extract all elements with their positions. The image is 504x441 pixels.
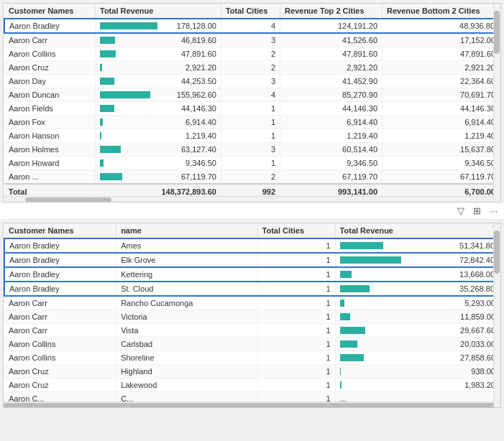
bottom-table-row[interactable]: Aaron Bradley Ames 1 51,341.80 (4, 238, 500, 253)
customer-name2-cell: Aaron C... (4, 392, 116, 402)
city-name-cell: Lakewood (116, 379, 257, 392)
top-table: Customer Names Total Revenue Total Citie… (4, 4, 500, 196)
top-table-row[interactable]: Aaron Day 44,253.50 3 41,452.90 22,364.6… (4, 75, 500, 88)
revenue-bar2 (340, 300, 344, 307)
bottom-v-scrollbar-thumb[interactable] (494, 231, 500, 274)
col-header-customer-names[interactable]: Customer Names (4, 4, 96, 19)
revenue-bar (100, 78, 114, 85)
total-bottom2: 6,700.00 (382, 184, 500, 196)
top-table-row[interactable]: Aaron Fox 6,914.40 1 6,914.40 6,914.40 (4, 116, 500, 129)
bottom-h-scrollbar[interactable] (4, 401, 500, 407)
city-name-cell: Victoria (116, 310, 257, 324)
bottom2-cell: 17,152.00 (382, 33, 500, 47)
bottom-table-row[interactable]: Aaron Collins Carlsbad 1 20,033.00 (4, 338, 500, 351)
bottom-v-scrollbar[interactable] (493, 223, 500, 407)
cities-cell: 4 (221, 88, 280, 102)
customer-name-cell: Aaron Cruz (4, 61, 96, 75)
bottom-table-row[interactable]: Aaron C... C... 1 ... (4, 392, 500, 402)
top-v-scrollbar[interactable] (493, 4, 500, 202)
col-header-total-revenue[interactable]: Total Revenue (96, 4, 221, 19)
revenue-value: 9,346.50 (106, 159, 216, 167)
top-table-total-row: Total 148,372,893.60 992 993,141.00 6,70… (4, 184, 500, 196)
customer-name2-cell: Aaron Bradley (4, 253, 116, 267)
table-icon[interactable]: ⊞ (471, 204, 483, 218)
top-table-row[interactable]: Aaron Hanson 1,219.40 1 1,219.40 1,219.4… (4, 129, 500, 143)
col2-header-customer-names[interactable]: Customer Names (4, 223, 116, 238)
col-header-revenue-bottom2[interactable]: Revenue Bottom 2 Cities (382, 4, 500, 19)
cities-cell: 1 (221, 129, 280, 143)
revenue-value2: 11,859.00 (353, 312, 495, 321)
city-name-cell: Rancho Cucamonga (116, 296, 257, 310)
revenue2-cell: 13,668.00 (335, 267, 500, 282)
customer-name2-cell: Aaron Cruz (4, 379, 116, 392)
cities-cell: 3 (221, 143, 280, 157)
revenue-bar2 (340, 340, 357, 348)
cities2-cell: 1 (257, 324, 335, 338)
top-h-scrollbar-thumb[interactable] (25, 198, 111, 202)
bottom-table-row[interactable]: Aaron Carr Rancho Cucamonga 1 5,293.00 (4, 296, 500, 310)
top2-cell: 85,270.90 (280, 88, 382, 102)
bottom-table-row[interactable]: Aaron Carr Vista 1 29,667.60 (4, 324, 500, 338)
bottom-table-row[interactable]: Aaron Carr Victoria 1 11,859.00 (4, 310, 500, 324)
revenue-bar (100, 146, 121, 153)
toolbar: ▽ ⊞ ··· (0, 203, 504, 220)
revenue2-cell: 5,293.00 (335, 296, 500, 310)
revenue-bar (100, 119, 103, 126)
top2-cell: 2,921.20 (280, 61, 382, 75)
cities-cell: 1 (221, 102, 280, 116)
revenue-value2: 51,341.80 (386, 241, 495, 250)
top-table-row[interactable]: Aaron Carr 46,819.60 3 41,526.60 17,152.… (4, 33, 500, 47)
top-table-row[interactable]: Aaron Fields 44,146.30 1 44,146.30 44,14… (4, 102, 500, 116)
bottom-table-row[interactable]: Aaron Bradley Elk Grove 1 72,842.40 (4, 253, 500, 267)
top-table-row[interactable]: Aaron Howard 9,346.50 1 9,346.50 9,346.5… (4, 157, 500, 170)
revenue-bar (100, 50, 116, 57)
top-table-scroll[interactable]: Customer Names Total Revenue Total Citie… (4, 4, 500, 196)
bottom-table-scroll[interactable]: Customer Names name Total Cities Total R… (4, 223, 500, 401)
col-header-total-cities[interactable]: Total Cities (221, 4, 280, 19)
revenue-bar (100, 132, 101, 139)
top-table-row[interactable]: Aaron Holmes 63,127.40 3 60,514.40 15,63… (4, 143, 500, 157)
col2-header-total-cities[interactable]: Total Cities (257, 223, 335, 238)
cities2-cell: 1 (257, 351, 335, 365)
cities-cell: 2 (221, 61, 280, 75)
revenue-value2: 938.00 (344, 367, 495, 376)
revenue-value2: ... (340, 394, 347, 401)
filter-icon[interactable]: ▽ (455, 204, 467, 218)
revenue-bar (100, 22, 157, 29)
revenue2-cell: 27,858.60 (335, 351, 500, 365)
top-table-row[interactable]: Aaron Bradley 178,128.00 4 124,191.20 48… (4, 19, 500, 33)
top-table-row[interactable]: Aaron Cruz 2,921.20 2 2,921.20 2,921.20 (4, 61, 500, 75)
revenue-cell: 9,346.50 (96, 157, 221, 170)
bottom-table-row[interactable]: Aaron Bradley Kettering 1 13,668.00 (4, 267, 500, 282)
bottom-table-row[interactable]: Aaron Cruz Highland 1 938.00 (4, 365, 500, 379)
customer-name2-cell: Aaron Carr (4, 310, 116, 324)
top-table-row[interactable]: Aaron ... 67,119.70 2 67,119.70 67,119.7… (4, 170, 500, 185)
cities2-cell: 1 (257, 296, 335, 310)
revenue-bar2 (340, 354, 364, 361)
bottom-table-row[interactable]: Aaron Bradley St. Cloud 1 35,268.80 (4, 282, 500, 296)
top-table-row[interactable]: Aaron Collins 47,891.60 2 47,891.60 47,8… (4, 47, 500, 61)
col-header-revenue-top2[interactable]: Revenue Top 2 Cities (280, 4, 382, 19)
revenue-value: 46,819.60 (118, 36, 216, 45)
bottom-table-row[interactable]: Aaron Collins Shoreline 1 27,858.60 (4, 351, 500, 365)
top-v-scrollbar-thumb[interactable] (494, 11, 500, 54)
top-table-row[interactable]: Aaron Duncan 155,962.60 4 85,270.90 70,6… (4, 88, 500, 102)
cities-cell: 4 (221, 19, 280, 33)
bottom2-cell: 67,119.70 (382, 170, 500, 185)
col2-header-name[interactable]: name (116, 223, 257, 238)
city-name-cell: Kettering (116, 267, 257, 282)
revenue-bar (100, 37, 115, 44)
customer-name-cell: Aaron ... (4, 170, 96, 185)
top-h-scrollbar[interactable] (4, 196, 500, 202)
bottom-table-row[interactable]: Aaron Cruz Lakewood 1 1,983.20 (4, 379, 500, 392)
col2-header-total-revenue[interactable]: Total Revenue (335, 223, 500, 238)
revenue-bar (100, 91, 150, 98)
revenue-cell: 44,253.50 (96, 75, 221, 88)
revenue-cell: 67,119.70 (96, 170, 221, 185)
customer-name2-cell: Aaron Bradley (4, 267, 116, 282)
total-top2: 993,141.00 (280, 184, 382, 196)
revenue-bar2 (340, 327, 365, 334)
revenue2-cell: ... (335, 392, 500, 402)
more-icon[interactable]: ··· (487, 204, 500, 218)
bottom-h-scrollbar-thumb[interactable] (4, 403, 500, 407)
